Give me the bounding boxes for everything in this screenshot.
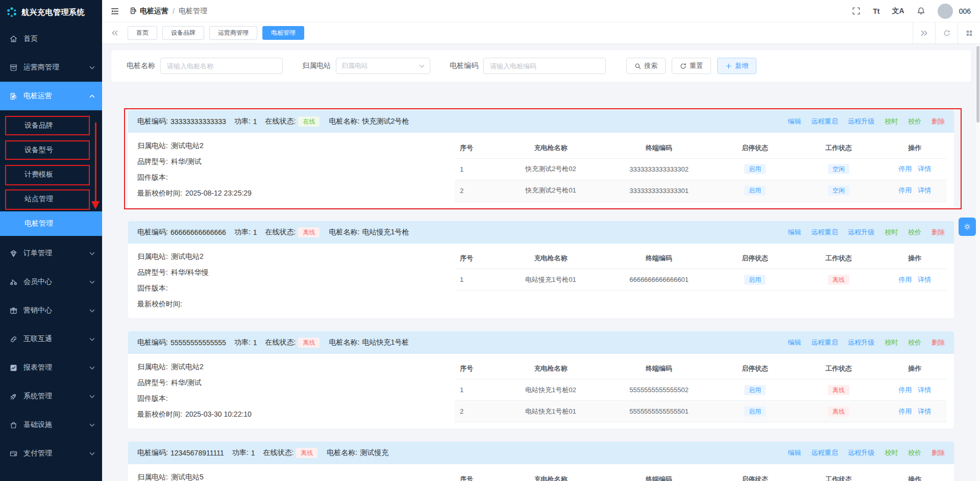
sidebar-item-report-management[interactable]: 报表管理 (0, 353, 102, 382)
pile-code-value: 33333333333333 (170, 117, 226, 126)
calibrate-price-link[interactable]: 校价 (908, 339, 921, 346)
delete-link[interactable]: 删除 (932, 228, 945, 236)
pile-card-body: 归属电站:测试电站2 品牌型号:科华/测试 固件版本: 最新校价时间:2025-… (128, 133, 954, 208)
double-chevron-right-icon (921, 30, 928, 37)
sidebar-item-pile-management[interactable]: 电桩管理 (0, 211, 102, 236)
sidebar-item-home[interactable]: 首页 (0, 25, 102, 53)
tab-home[interactable]: 首页 (128, 26, 157, 40)
online-status-badge: 离线 (298, 227, 320, 237)
gun-name: 快充测试2号枪01 (499, 180, 602, 201)
brand-model-value: 科华/测试 (171, 378, 202, 387)
calibrate-price-link[interactable]: 校价 (908, 228, 921, 236)
sidebar-item-member-center[interactable]: 会员中心 (0, 268, 102, 296)
sidebar-item-device-brand[interactable]: 设备品牌 (0, 113, 102, 138)
tab-device-brand[interactable]: 设备品牌 (162, 26, 204, 40)
pile-card-body: 归属电站:测试电站5 序号充电枪名称终端编码 启停状态工作状态操作 (128, 464, 954, 481)
sidebar-item-order-management[interactable]: 订单管理 (0, 239, 102, 268)
chevron-down-icon (89, 280, 95, 284)
last-price-time-value: 2025-03-30 10:22:10 (185, 410, 252, 418)
sidebar-item-payment-management[interactable]: 支付管理 (0, 439, 102, 468)
sidebar-item-system-management[interactable]: 系统管理 (0, 382, 102, 411)
chevron-down-icon (89, 395, 95, 398)
remote-upgrade-link[interactable]: 远程升级 (848, 228, 874, 236)
remote-upgrade-link[interactable]: 远程升级 (848, 117, 874, 125)
sidebar-item-site-management[interactable]: 站点管理 (0, 187, 102, 211)
search-icon (634, 63, 641, 69)
refresh-tab-button[interactable] (935, 22, 958, 43)
sidebar-item-device-model[interactable]: 设备型号 (0, 138, 102, 162)
breadcrumb-separator: / (173, 7, 175, 15)
delete-link[interactable]: 删除 (932, 339, 945, 346)
tab-operator-management[interactable]: 运营商管理 (209, 26, 257, 40)
sidebar-item-operator-management[interactable]: 运营商管理 (0, 53, 102, 82)
language-icon[interactable]: 文A (892, 7, 904, 16)
add-button[interactable]: 新增 (717, 58, 756, 74)
remote-upgrade-link[interactable]: 远程升级 (848, 339, 874, 346)
delete-link[interactable]: 删除 (932, 117, 945, 125)
sidebar-item-marketing-center[interactable]: 营销中心 (0, 296, 102, 325)
calibrate-time-link[interactable]: 校时 (885, 117, 898, 125)
breadcrumb-pile-icon (130, 7, 137, 15)
tabbar: 首页 设备品牌 运营商管理 电桩管理 (102, 22, 980, 44)
gun-name: 电站快充1号桩02 (499, 379, 602, 401)
pile-card-body: 归属电站:测试电站2 品牌型号:科华/测试 固件版本: 最新校价时间:2025-… (128, 354, 954, 429)
edit-link[interactable]: 编辑 (788, 117, 801, 125)
pile-operation-submenu: 设备品牌 设备型号 计费模板 站点管理 电桩管理 (0, 110, 102, 239)
sidebar-item-billing-template[interactable]: 计费模板 (0, 162, 102, 187)
calibrate-time-link[interactable]: 校时 (885, 228, 898, 236)
disable-link[interactable]: 停用 (898, 386, 912, 394)
detail-link[interactable]: 详情 (918, 165, 931, 173)
double-chevron-left-icon (111, 30, 118, 36)
station-select[interactable]: 归属电站 (336, 58, 430, 74)
grid-icon (966, 30, 973, 37)
delete-link[interactable]: 删除 (932, 449, 945, 456)
remote-restart-link[interactable]: 远程重启 (811, 228, 838, 236)
sidebar-item-pile-operation[interactable]: 电桩运营 (0, 82, 102, 110)
calibrate-price-link[interactable]: 校价 (908, 117, 921, 125)
calibrate-price-link[interactable]: 校价 (908, 449, 921, 456)
sidebar-item-interconnect[interactable]: 互联互通 (0, 325, 102, 353)
detail-link[interactable]: 详情 (918, 276, 931, 283)
remote-upgrade-link[interactable]: 远程升级 (848, 449, 874, 456)
sidebar-collapse-button[interactable] (110, 6, 121, 17)
sidebar: 航兴充电管理系统 首页 运营商管理 电桩运营 设备品牌 设备型号 计费模板 站点… (0, 0, 102, 481)
pile-name-input[interactable] (160, 58, 283, 74)
fullscreen-icon[interactable] (852, 7, 861, 15)
edit-link[interactable]: 编辑 (788, 449, 801, 456)
sidebar-item-infrastructure[interactable]: 基础设施 (0, 411, 102, 439)
remote-restart-link[interactable]: 远程重启 (811, 449, 838, 456)
detail-link[interactable]: 详情 (918, 186, 931, 194)
pile-code-input[interactable] (483, 58, 606, 74)
detail-link[interactable]: 详情 (918, 407, 931, 415)
infrastructure-bag-icon (9, 421, 18, 429)
edit-link[interactable]: 编辑 (788, 228, 801, 236)
notification-bell-icon[interactable] (917, 7, 925, 15)
station-value: 测试电站5 (171, 473, 204, 481)
settings-panel-toggle[interactable] (959, 218, 976, 236)
scrollbar-thumb[interactable] (976, 46, 979, 123)
user-avatar[interactable] (938, 4, 953, 19)
disable-link[interactable]: 停用 (898, 186, 912, 194)
chevron-down-icon (89, 338, 95, 341)
font-size-icon[interactable]: Tt (873, 7, 879, 15)
detail-link[interactable]: 详情 (918, 386, 931, 394)
enable-status-badge: 启用 (744, 164, 766, 174)
tabs-scroll-right-button[interactable] (913, 22, 935, 43)
layout-grid-button[interactable] (958, 22, 980, 43)
pile-name-value: 电站快充1号桩 (362, 338, 409, 347)
breadcrumb-section[interactable]: 电桩运营 (140, 7, 168, 16)
calibrate-time-link[interactable]: 校时 (885, 339, 898, 346)
edit-link[interactable]: 编辑 (788, 339, 801, 346)
disable-link[interactable]: 停用 (898, 407, 912, 415)
page-scrollbar[interactable] (976, 44, 980, 481)
reset-button[interactable]: 重置 (672, 58, 711, 74)
disable-link[interactable]: 停用 (898, 165, 912, 173)
calibrate-time-link[interactable]: 校时 (885, 449, 898, 456)
tabs-scroll-left-button[interactable] (106, 30, 122, 36)
pile-card-actions: 编辑 远程重启 远程升级 校时 校价 删除 (780, 338, 945, 347)
tab-pile-management[interactable]: 电桩管理 (262, 26, 304, 40)
disable-link[interactable]: 停用 (898, 276, 912, 283)
remote-restart-link[interactable]: 远程重启 (811, 117, 838, 125)
remote-restart-link[interactable]: 远程重启 (811, 339, 838, 346)
search-button[interactable]: 搜索 (626, 58, 666, 74)
